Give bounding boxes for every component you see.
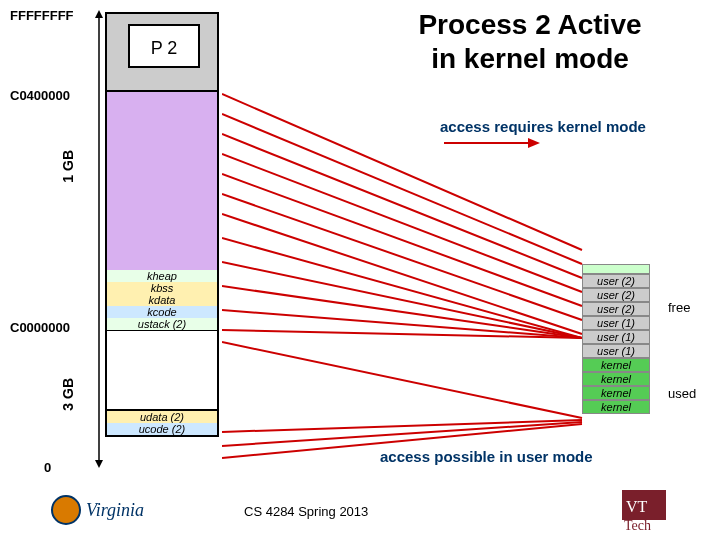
note-kernel-access: access requires kernel mode (440, 118, 646, 135)
svg-marker-16 (528, 138, 540, 148)
addr-zero: 0 (44, 460, 51, 475)
memory-column: kheap kbss kdata kcode ustack (2) udata … (105, 12, 219, 468)
title-line1: Process 2 Active (418, 9, 641, 40)
phys-row-5: user (1) (582, 344, 650, 358)
svg-text:Virginia: Virginia (86, 500, 144, 520)
tech-logo: VT Tech (620, 486, 710, 532)
page-title: Process 2 Active in kernel mode (360, 8, 700, 75)
phys-row-0: user (2) (582, 274, 650, 288)
svg-line-7 (222, 174, 582, 306)
svg-line-17 (222, 342, 582, 418)
phys-row-2: user (2) (582, 302, 650, 316)
process-box: P 2 (128, 24, 200, 68)
phys-row-7: kernel (582, 372, 650, 386)
addr-ffffffff: FFFFFFFF (10, 8, 74, 23)
label-1gb: 1 GB (60, 150, 76, 183)
seg-udata: udata (2) (107, 411, 217, 423)
phys-row-8: kernel (582, 386, 650, 400)
seg-ucode: ucode (2) (107, 423, 217, 435)
seg-ustack: ustack (2) (107, 318, 217, 331)
label-3gb: 3 GB (60, 378, 76, 411)
phys-frame-column: user (2) user (2) user (2) user (1) user… (582, 264, 650, 414)
svg-text:VT: VT (626, 498, 648, 515)
svg-text:Tech: Tech (624, 518, 651, 532)
svg-point-21 (52, 496, 80, 524)
svg-line-6 (222, 154, 582, 292)
title-line2: in kernel mode (431, 43, 629, 74)
phys-row-6: kernel (582, 358, 650, 372)
seg-kcode: kcode (107, 306, 217, 318)
addr-c0000000: C0000000 (10, 320, 70, 335)
addr-axis-arrow (92, 10, 106, 468)
phys-row-9: kernel (582, 400, 650, 414)
seg-kbss: kbss (107, 282, 217, 294)
note-user-access: access possible in user mode (380, 448, 593, 465)
phys-row-1: user (2) (582, 288, 650, 302)
seg-kdata: kdata (107, 294, 217, 306)
phys-row-3: user (1) (582, 316, 650, 330)
phys-row-4: user (1) (582, 330, 650, 344)
label-used: used (668, 386, 696, 401)
arrow-kernel-note (440, 136, 540, 150)
svg-marker-2 (95, 460, 103, 468)
svg-marker-1 (95, 10, 103, 18)
virginia-logo: Virginia (50, 490, 170, 530)
addr-c0400000: C0400000 (10, 88, 70, 103)
label-free: free (668, 300, 690, 315)
seg-kheap: kheap (107, 270, 217, 282)
footer-course: CS 4284 Spring 2013 (244, 504, 368, 519)
